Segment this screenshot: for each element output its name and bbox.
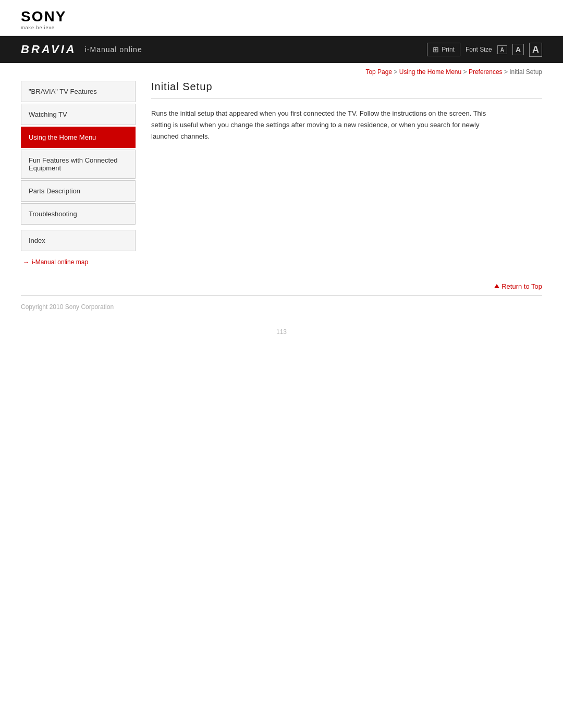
sidebar: "BRAVIA" TV Features Watching TV Using t…: [21, 81, 136, 266]
sony-logo: SONY make.believe: [21, 9, 542, 30]
bravia-logo: BRAVIA: [21, 43, 77, 56]
font-size-small-button[interactable]: A: [497, 45, 507, 54]
content-area: Initial Setup Runs the initial setup tha…: [151, 81, 542, 266]
imanual-label: i-Manual online: [85, 45, 142, 54]
page-title: Initial Setup: [151, 81, 542, 98]
breadcrumb-current: Initial Setup: [509, 68, 542, 76]
return-to-top-container: Return to Top: [0, 266, 563, 295]
return-to-top-link[interactable]: Return to Top: [494, 282, 542, 290]
triangle-up-icon: [494, 284, 499, 288]
sony-brand-text: SONY: [21, 9, 66, 24]
font-size-label: Font Size: [466, 46, 492, 53]
breadcrumb-using-home-menu[interactable]: Using the Home Menu: [399, 68, 461, 76]
print-icon: ⊞: [433, 45, 439, 54]
breadcrumb-preferences[interactable]: Preferences: [469, 68, 503, 76]
print-button[interactable]: ⊞ Print: [427, 43, 460, 56]
sidebar-item-fun-features[interactable]: Fun Features with Connected Equipment: [21, 150, 136, 179]
nav-controls: ⊞ Print Font Size A A A: [427, 43, 542, 57]
return-to-top-label: Return to Top: [501, 282, 542, 290]
bravia-title-area: BRAVIA i-Manual online: [21, 43, 142, 56]
breadcrumb-sep3: >: [503, 68, 510, 76]
footer-copyright: Copyright 2010 Sony Corporation: [0, 296, 563, 318]
content-body: Runs the initial setup that appeared whe…: [151, 108, 506, 142]
sidebar-item-bravia-features[interactable]: "BRAVIA" TV Features: [21, 81, 136, 102]
sidebar-item-parts-description[interactable]: Parts Description: [21, 180, 136, 202]
imanual-map-link[interactable]: i-Manual online map: [32, 258, 88, 266]
map-arrow-icon: →: [23, 258, 29, 266]
print-label: Print: [442, 46, 455, 53]
logo-area: SONY make.believe: [0, 0, 563, 36]
sidebar-item-watching-tv[interactable]: Watching TV: [21, 104, 136, 125]
breadcrumb-sep2: >: [461, 68, 469, 76]
sidebar-item-troubleshooting[interactable]: Troubleshooting: [21, 203, 136, 225]
sidebar-item-index[interactable]: Index: [21, 230, 136, 251]
font-size-medium-button[interactable]: A: [512, 44, 524, 55]
main-layout: "BRAVIA" TV Features Watching TV Using t…: [0, 81, 563, 266]
top-nav-bar: BRAVIA i-Manual online ⊞ Print Font Size…: [0, 36, 563, 63]
imanual-map-link-area: → i-Manual online map: [21, 258, 136, 266]
sony-tagline: make.believe: [21, 25, 55, 30]
sidebar-item-using-home-menu[interactable]: Using the Home Menu: [21, 127, 136, 148]
breadcrumb: Top Page > Using the Home Menu > Prefere…: [0, 63, 563, 81]
page-number: 113: [0, 318, 563, 346]
breadcrumb-top-page[interactable]: Top Page: [365, 68, 392, 76]
breadcrumb-sep1: >: [392, 68, 399, 76]
font-size-large-button[interactable]: A: [529, 43, 542, 57]
